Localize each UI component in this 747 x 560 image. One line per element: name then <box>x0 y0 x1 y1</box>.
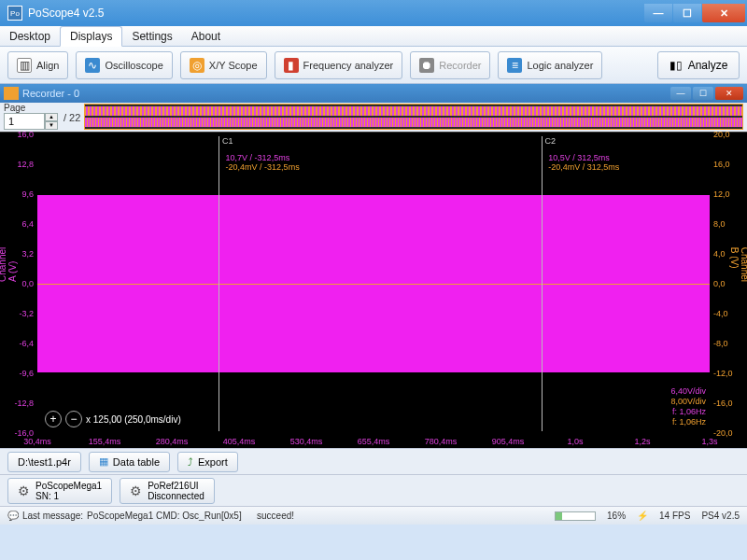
page-input[interactable] <box>4 113 45 130</box>
zoom-out-button[interactable]: − <box>65 411 82 427</box>
window-titlebar: Po PoScope4 v2.5 <box>0 0 747 26</box>
cursor-c2-info: 10,5V / 312,5ms -20,4mV / 312,5ms <box>548 153 619 172</box>
plot-canvas[interactable]: C1 10,7V / -312,5ms -20,4mV / -312,5ms C… <box>37 136 710 431</box>
panel-title: Recorder - 0 <box>22 88 669 99</box>
page-bar: Page ▲ ▼ / 22 <box>0 103 747 133</box>
menu-desktop[interactable]: Desktop <box>0 26 60 46</box>
cursor-c1[interactable] <box>218 136 219 431</box>
oscilloscope-button[interactable]: ∿Oscilloscope <box>76 51 172 79</box>
plot-area: Channel A (V) 16,012,89,66,43,20,0-3,2-6… <box>0 133 747 448</box>
page-up-button[interactable]: ▲ <box>45 113 58 121</box>
logic-analyzer-button[interactable]: ≡Logic analyzer <box>498 51 602 79</box>
table-icon: ▦ <box>99 455 108 468</box>
align-icon: ▥ <box>17 58 32 73</box>
recorder-icon: ⏺ <box>419 58 434 73</box>
panel-maximize-button[interactable]: ☐ <box>693 87 713 100</box>
export-icon: ⤴ <box>188 456 193 468</box>
logic-icon: ≡ <box>507 58 522 73</box>
frequency-analyzer-button[interactable]: ▮Frequency analyzer <box>275 51 403 79</box>
page-total: / 22 <box>63 112 80 123</box>
align-button[interactable]: ▥Align <box>7 51 68 79</box>
cpu-percent: 16% <box>607 511 626 521</box>
message-icon: 💬 <box>7 511 19 521</box>
oscilloscope-icon: ∿ <box>85 58 100 73</box>
close-button[interactable] <box>702 4 745 22</box>
menu-about[interactable]: About <box>182 26 230 46</box>
cpu-bar <box>555 511 596 521</box>
app-icon: Po <box>7 6 22 21</box>
gear-icon: ⚙ <box>18 483 30 498</box>
gear-icon: ⚙ <box>130 483 142 498</box>
page-down-button[interactable]: ▼ <box>45 121 58 130</box>
panel-close-button[interactable]: ✕ <box>715 87 743 100</box>
window-title: PoScope4 v2.5 <box>28 7 644 20</box>
fps-icon: ⚡ <box>637 511 648 521</box>
panel-minimize-button[interactable]: — <box>670 87 691 100</box>
x-axis: 30,4ms155,4ms280,4ms405,4ms530,4ms655,4m… <box>37 431 710 448</box>
data-table-button[interactable]: ▦Data table <box>89 452 170 472</box>
device-poscope-button[interactable]: ⚙ PoScopeMega1SN: 1 <box>7 478 112 504</box>
panel-titlebar: Recorder - 0 — ☐ ✕ <box>0 84 747 103</box>
page-label: Page <box>4 103 58 113</box>
minimize-button[interactable] <box>644 4 672 22</box>
analyze-button[interactable]: ▮▯Analyze <box>657 51 740 79</box>
zero-line <box>37 284 710 285</box>
overview-strip[interactable] <box>84 104 743 130</box>
status-message: 💬 Last message: PoScopeMega1 CMD: Osc_Ru… <box>7 511 294 521</box>
fps-value: 14 FPS <box>659 511 690 521</box>
device-poref-button[interactable]: ⚙ PoRef216UIDisconnected <box>120 478 215 504</box>
frequency-icon: ▮ <box>284 58 299 73</box>
panel-icon <box>4 87 19 100</box>
y-axis-right-label: Channel B (V) <box>729 247 747 282</box>
cursor-c2[interactable] <box>542 136 543 431</box>
version-label: PS4 v2.5 <box>701 511 740 521</box>
xyscope-icon: ◎ <box>190 58 204 73</box>
menubar: Desktop Displays Settings About <box>0 26 747 47</box>
y-axis-left-label: Channel A (V) <box>0 247 18 282</box>
analyze-icon: ▮▯ <box>669 59 683 72</box>
y-axis-left: Channel A (V) 16,012,89,66,43,20,0-3,2-6… <box>0 133 37 431</box>
file-bar: D:\test1.p4r ▦Data table ⤴Export <box>0 448 747 474</box>
y-axis-right: Channel B (V) 20,016,012,08,04,00,0-4,0-… <box>710 133 747 431</box>
menu-displays[interactable]: Displays <box>60 26 122 47</box>
maximize-button[interactable] <box>673 4 701 22</box>
file-path-button[interactable]: D:\test1.p4r <box>7 452 81 472</box>
toolbar: ▥Align ∿Oscilloscope ◎X/Y Scope ▮Frequen… <box>0 47 747 84</box>
cursor-c1-label: C1 <box>222 136 233 146</box>
recorder-button[interactable]: ⏺Recorder <box>410 51 490 79</box>
menu-settings[interactable]: Settings <box>122 26 181 46</box>
zoom-text: x 125,00 (250,0ms/div) <box>86 414 181 425</box>
xyscope-button[interactable]: ◎X/Y Scope <box>180 51 267 79</box>
export-button[interactable]: ⤴Export <box>177 452 238 472</box>
device-bar: ⚙ PoScopeMega1SN: 1 ⚙ PoRef216UIDisconne… <box>0 474 747 506</box>
zoom-in-button[interactable]: + <box>45 411 62 427</box>
statusbar: 💬 Last message: PoScopeMega1 CMD: Osc_Ru… <box>0 506 747 525</box>
scale-info: 6,40V/div 8,00V/div f: 1,06Hz f: 1,06Hz <box>670 386 706 427</box>
cursor-c2-label: C2 <box>545 136 557 146</box>
zoom-controls: + − x 125,00 (250,0ms/div) <box>45 411 181 427</box>
cursor-c1-info: 10,7V / -312,5ms -20,4mV / -312,5ms <box>226 153 300 172</box>
